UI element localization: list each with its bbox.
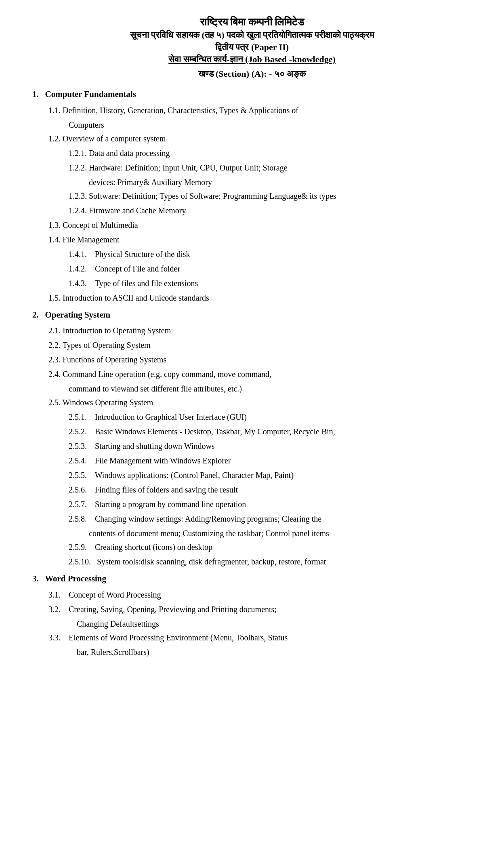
item-3-3-text: Elements of Word Processing Environment … [69,633,288,642]
item-2-4: 2.4. Command Line operation (e.g. copy c… [48,367,472,381]
item-2-5-4: 2.5.4. File Management with Windows Expl… [69,454,472,467]
item-1-3-num: 1.3. [48,221,61,229]
item-3-1-num: 3.1. [48,590,61,599]
item-1-5: 1.5. Introduction to ASCII and Unicode s… [48,291,472,305]
section-3-label: Word Processing [45,574,106,583]
item-1-4-3-num: 1.4.3. [69,279,87,288]
section-2-title: 2. Operating System [32,308,472,322]
item-2-5-10-text: System tools:disk scanning, disk defragm… [97,557,326,566]
item-3-2: 3.2. Creating, Saving, Opening, Previewi… [48,602,472,616]
item-3-1: 3.1. Concept of Word Processing [48,588,472,602]
section-1-title: 1. Computer Fundamentals [32,87,472,102]
item-1-4-text: File Management [63,235,120,244]
section-3-num: 3. [32,574,39,583]
item-1-4-1: 1.4.1. Physical Structure of the disk [69,247,472,261]
item-2-3: 2.3. Functions of Operating Systems [48,353,472,366]
item-1-2-3: 1.2.3. Software: Definition; Types of So… [69,189,472,203]
section-2-num: 2. [32,310,39,320]
item-3-3-num: 3.3. [48,633,61,642]
item-1-2-3-num: 1.2.3. [69,192,87,200]
item-1-3: 1.3. Concept of Multimedia [48,218,472,232]
item-2-5-3-num: 2.5.3. [69,442,87,450]
item-1-2-text: Overview of a computer system [63,134,166,143]
header-service: सेवा सम्बन्धित कार्य-ज्ञान (Job Based -k… [32,54,472,65]
item-1-3-text: Concept of Multimedia [63,221,138,229]
section-1: 1. Computer Fundamentals 1.1. Definition… [32,87,472,305]
item-1-2-4: 1.2.4. Firmware and Cache Memory [69,204,472,217]
header-subtitle: सूचना प्रविधि सहायक (तह ५) पदको खुला प्र… [32,30,472,40]
item-2-4-num: 2.4. [48,370,61,379]
page-header: राष्ट्रिय बिमा कम्पनी लिमिटेड सूचना प्रव… [32,16,472,79]
item-2-5-10: 2.5.10. System tools:disk scanning, disk… [69,555,472,568]
item-2-5-1-text: Introduction to Graphical User Interface… [95,413,247,421]
section-label: खण्ड (Section) (A): - ५० अङ्क [32,69,472,79]
item-1-2-2: 1.2.2. Hardware: Definition; Input Unit,… [69,161,472,175]
item-2-5-6-text: Finding files of folders and saving the … [95,485,238,494]
item-2-5-5-num: 2.5.5. [69,471,87,480]
item-2-5-6-num: 2.5.6. [69,485,87,494]
header-paper: द्वितीय पत्र (Paper II) [32,42,472,53]
item-1-4-1-num: 1.4.1. [69,250,87,259]
item-1-2-1: 1.2.1. Data and data processing [69,146,472,160]
item-2-5-2-text: Basic Windows Elements - Desktop, Taskba… [95,427,335,436]
item-1-5-text: Introduction to ASCII and Unicode standa… [63,293,209,302]
item-2-4-text: Command Line operation (e.g. copy comman… [63,370,271,379]
item-2-5-8: 2.5.8. Changing window settings: Adding/… [69,512,472,526]
item-3-2-cont: Changing Defaultsettings [77,617,472,631]
item-2-5-9: 2.5.9. Creating shortcut (icons) on desk… [69,540,472,554]
item-3-2-num: 3.2. [48,605,61,614]
item-1-4-3-text: Type of files and file extensions [95,279,198,288]
item-2-5-num: 2.5. [48,398,61,407]
item-2-3-num: 2.3. [48,355,61,364]
section-3-title: 3. Word Processing [32,572,472,586]
item-2-5-8-text: Changing window settings: Adding/Removin… [95,514,321,523]
item-1-4: 1.4. File Management [48,233,472,246]
item-2-5-10-num: 2.5.10. [69,557,91,566]
item-2-5-9-text: Creating shortcut (icons) on desktop [95,543,212,552]
item-2-4-cont: command to viewand set different file at… [69,382,472,396]
item-2-1-num: 2.1. [48,326,61,335]
item-2-5-7-num: 2.5.7. [69,500,87,509]
item-2-5-3-text: Starting and shutting down Windows [95,442,215,450]
item-2-2-text: Types of Operating System [63,341,151,349]
item-2-5-4-num: 2.5.4. [69,456,87,465]
item-2-5-8-cont: contents of document menu; Customizing t… [89,526,472,540]
item-1-4-3: 1.4.3. Type of files and file extensions [69,276,472,290]
item-1-2-1-text: Data and data processing [89,149,170,158]
item-1-4-2-num: 1.4.2. [69,264,87,273]
item-2-5-8-num: 2.5.8. [69,514,87,523]
item-2-5-2-num: 2.5.2. [69,427,87,436]
item-2-5-1: 2.5.1. Introduction to Graphical User In… [69,410,472,424]
section-2-label: Operating System [45,310,111,320]
item-2-1: 2.1. Introduction to Operating System [48,324,472,337]
item-1-2-num: 1.2. [48,134,61,143]
item-1-2: 1.2. Overview of a computer system [48,132,472,145]
item-3-1-text: Concept of Word Processing [69,590,161,599]
item-1-1: 1.1. Definition, History, Generation, Ch… [48,103,472,117]
item-3-2-text: Creating, Saving, Opening, Previewing an… [69,605,277,614]
section-2: 2. Operating System 2.1. Introduction to… [32,308,472,569]
item-1-4-2: 1.4.2. Concept of File and folder [69,262,472,276]
item-2-2: 2.2. Types of Operating System [48,338,472,352]
item-1-4-1-text: Physical Structure of the disk [95,250,190,259]
section-1-num: 1. [32,89,39,99]
item-2-3-text: Functions of Operating Systems [63,355,166,364]
item-2-1-text: Introduction to Operating System [63,326,171,335]
item-2-5-3: 2.5.3. Starting and shutting down Window… [69,439,472,453]
item-1-2-4-num: 1.2.4. [69,206,87,215]
section-3: 3. Word Processing 3.1. Concept of Word … [32,572,472,659]
item-1-1-num: 1.1. [48,106,61,115]
item-1-1-cont: Computers [69,118,472,132]
item-2-5-text: Windows Operating System [63,398,153,407]
item-3-3-cont: bar, Rulers,Scrollbars) [77,645,472,659]
item-2-5-1-num: 2.5.1. [69,413,87,421]
item-1-2-4-text: Firmware and Cache Memory [89,206,186,215]
item-2-5: 2.5. Windows Operating System [48,396,472,409]
item-2-5-2: 2.5.2. Basic Windows Elements - Desktop,… [69,425,472,438]
item-1-4-2-text: Concept of File and folder [95,264,180,273]
item-2-5-5: 2.5.5. Windows applications: (Control Pa… [69,468,472,482]
item-1-2-3-text: Software: Definition; Types of Software;… [89,192,336,200]
item-2-5-6: 2.5.6. Finding files of folders and savi… [69,483,472,497]
item-2-5-4-text: File Management with Windows Explorer [95,456,231,465]
item-2-5-5-text: Windows applications: (Control Panel, Ch… [95,471,294,480]
